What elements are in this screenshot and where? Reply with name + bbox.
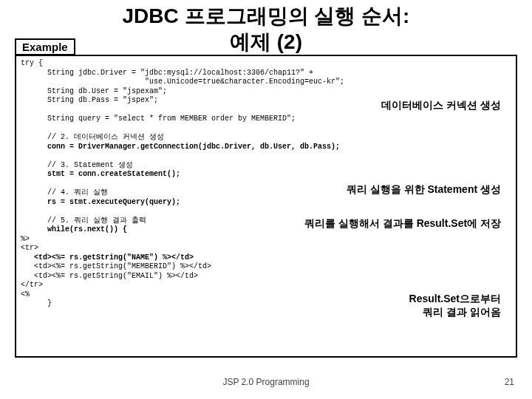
code-line: String db.Pass = "jspex"; — [21, 96, 158, 104]
code-line-bold: stmt = conn.createStatement(); — [21, 170, 180, 178]
code-line: } — [21, 299, 52, 307]
annotation-resultset-read: Result.Set으로부터 쿼리 결과 읽어옴 — [409, 292, 501, 318]
code-line: // 4. 쿼리 실행 — [21, 188, 108, 197]
annotation-resultset-store: 쿼리를 실행해서 결과를 Result.Set에 저장 — [304, 217, 501, 231]
annotation-connection: 데이터베이스 커넥션 생성 — [381, 99, 501, 112]
annotation-line: 쿼리 결과 읽어옴 — [423, 306, 501, 318]
slide-title: JDBC 프로그래밍의 실행 순서: 예제 (2) — [0, 3, 532, 55]
code-line-bold: conn = DriverManager.getConnection(jdbc.… — [21, 143, 340, 151]
annotation-line: Result.Set으로부터 — [409, 293, 501, 304]
annotation-statement: 쿼리 실행을 위한 Statement 생성 — [347, 183, 501, 197]
code-line: <tr> — [21, 244, 38, 252]
code-line-bold: rs = stmt.executeQuery(query); — [21, 198, 180, 206]
code-line: String jdbc.Driver = "jdbc:mysql://local… — [21, 69, 313, 77]
code-line: String query = "select * from MEMBER ord… — [21, 115, 296, 123]
code-line: // 3. Statement 생성 — [21, 161, 133, 169]
code-line: try { — [21, 59, 43, 67]
example-label: Example — [15, 38, 75, 55]
title-line1: JDBC 프로그래밍의 실행 순서: — [123, 4, 410, 27]
code-line: String db.User = "jspexam"; — [21, 87, 167, 95]
code-line: <td><%= rs.getString("EMAIL") %></td> — [21, 272, 198, 280]
code-line: %> — [21, 235, 30, 243]
code-line: // 5. 쿼리 실행 결과 출력 — [21, 216, 146, 225]
code-line: // 2. 데이터베이스 커넥션 생성 — [21, 133, 164, 141]
code-line: <% — [21, 290, 30, 299]
code-line-bold: <td><%= rs.getString("NAME") %></td> — [21, 253, 194, 262]
code-line: <td><%= rs.getString("MEMBERID") %></td> — [21, 262, 211, 270]
code-line: "use.Unicode=true&character.Encoding=euc… — [21, 78, 344, 86]
page-number: 21 — [505, 377, 514, 387]
code-line-bold: while(rs.next()) { — [21, 225, 127, 233]
title-line2: 예제 (2) — [230, 30, 302, 53]
footer-text: JSP 2.0 Programming — [0, 377, 532, 387]
code-line: </tr> — [21, 281, 43, 289]
